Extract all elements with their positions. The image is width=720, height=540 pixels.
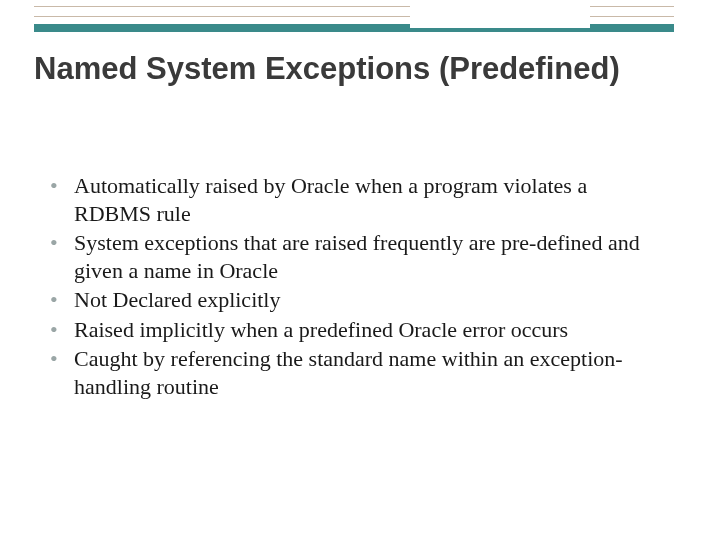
slide-title: Named System Exceptions (Predefined) [34,50,674,89]
slide-top-decoration [0,0,720,38]
bullet-item: Caught by referencing the standard name … [50,345,660,400]
bullet-item: Raised implicitly when a predefined Orac… [50,316,660,344]
bullet-item: Not Declared explicitly [50,286,660,314]
bullet-item: System exceptions that are raised freque… [50,229,660,284]
decor-white-gap [410,0,590,28]
bullet-list: Automatically raised by Oracle when a pr… [50,172,660,402]
bullet-item: Automatically raised by Oracle when a pr… [50,172,660,227]
